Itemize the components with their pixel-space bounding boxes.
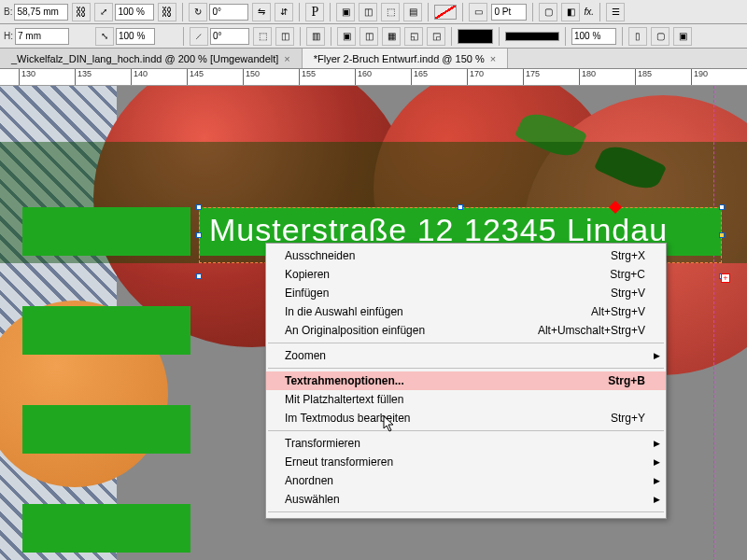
height-input[interactable]: [15, 28, 69, 45]
chevron-right-icon: ▶: [654, 439, 660, 448]
chevron-right-icon: ▶: [654, 476, 660, 485]
chevron-right-icon: ▶: [654, 495, 660, 504]
separator: [330, 3, 331, 21]
stroke-icon[interactable]: ▭: [469, 3, 487, 21]
tab-label: *Flyer 2-Bruch Entwurf.indd @ 150 %: [314, 53, 485, 64]
scale-y-input[interactable]: [116, 28, 155, 45]
menu-edit-story[interactable]: Im Textmodus bearbeitenStrg+Y: [266, 409, 666, 427]
width-input[interactable]: [14, 4, 68, 21]
link-wh-icon[interactable]: ⛓: [72, 3, 91, 21]
vertical-guide[interactable]: [713, 86, 714, 560]
flip-h-icon[interactable]: ⇋: [252, 3, 271, 21]
separator: [451, 27, 452, 46]
green-block[interactable]: [22, 504, 190, 553]
menu-text-frame-options[interactable]: Textrahmenoptionen...Strg+B: [266, 371, 666, 390]
resize-handle[interactable]: [719, 204, 725, 210]
shear-input[interactable]: [210, 28, 249, 45]
scale-x-icon[interactable]: ⤢: [94, 3, 113, 21]
control-panel-row-1: B: ⛓ ⤢ ⛓ ↻ ⇋ ⇵ P ▣ ◫ ⬚ ▤ ▭ ▢ ◧ fx. ☰: [0, 0, 747, 24]
close-icon[interactable]: ×: [284, 53, 289, 64]
fit-icon-4[interactable]: ◱: [404, 27, 423, 46]
wrap-icon-3[interactable]: ⬚: [381, 3, 400, 21]
rotate-input[interactable]: [209, 4, 248, 21]
fx-icon-2[interactable]: ◧: [561, 3, 580, 21]
tab-document-2[interactable]: *Flyer 2-Bruch Entwurf.indd @ 150 % ×: [303, 49, 508, 68]
menu-copy[interactable]: KopierenStrg+C: [266, 265, 666, 284]
distribute-icon-2[interactable]: ▢: [651, 27, 669, 46]
separator: [462, 3, 463, 21]
menu-transform-again[interactable]: Erneut transformieren▶: [266, 453, 666, 471]
in-port-handle[interactable]: [196, 232, 202, 238]
link-scale-icon[interactable]: ⛓: [158, 3, 176, 21]
distribute-icon-1[interactable]: ▯: [628, 27, 647, 46]
separator: [532, 3, 533, 21]
wrap-icon-4[interactable]: ▤: [403, 3, 422, 21]
document-tabs: _Wickelfalz_DIN_lang_hoch.indd @ 200 % […: [0, 49, 747, 69]
flip-v-icon[interactable]: ⇵: [275, 3, 293, 21]
ruler-tick: 155: [299, 69, 316, 86]
overset-indicator[interactable]: +: [721, 273, 730, 283]
paragraph-style-icon[interactable]: P: [305, 3, 324, 21]
scale-x-input[interactable]: [115, 4, 154, 21]
container-icon[interactable]: ◫: [275, 27, 294, 46]
fit-icon-5[interactable]: ◲: [427, 27, 445, 46]
menu-separator: [268, 511, 664, 512]
menu-cut[interactable]: AusschneidenStrg+X: [266, 246, 666, 265]
menu-separator: [268, 368, 664, 369]
ruler-tick: 135: [75, 69, 92, 86]
ruler-tick: 145: [187, 69, 204, 86]
stroke-style[interactable]: [505, 32, 559, 41]
menu-arrange[interactable]: Anordnen▶: [266, 471, 666, 490]
menu-paste-in-place[interactable]: An Originalposition einfügenAlt+Umschalt…: [266, 321, 666, 340]
align-icon[interactable]: ☰: [606, 3, 625, 21]
chevron-right-icon: ▶: [654, 351, 660, 360]
wrap-icon-2[interactable]: ◫: [359, 3, 377, 21]
scale-y-icon[interactable]: ⤡: [95, 27, 114, 46]
menu-paste[interactable]: EinfügenStrg+V: [266, 284, 666, 302]
opacity-input[interactable]: [571, 28, 616, 45]
document-canvas[interactable]: Musterstraße 12 12345 Lindau + Ausschnei…: [0, 86, 747, 560]
separator: [599, 3, 600, 21]
ruler-tick: 190: [691, 69, 708, 86]
stroke-swatch[interactable]: [458, 29, 493, 44]
separator: [622, 27, 623, 46]
separator: [499, 27, 500, 46]
stroke-weight-input[interactable]: [491, 4, 527, 21]
ruler-tick: 175: [523, 69, 540, 86]
out-port-handle[interactable]: [719, 232, 725, 238]
shear-icon[interactable]: ⟋: [190, 27, 208, 46]
menu-paste-into[interactable]: In die Auswahl einfügenAlt+Strg+V: [266, 302, 666, 321]
menu-zoom[interactable]: Zoomen▶: [266, 346, 666, 365]
resize-handle[interactable]: [458, 204, 463, 210]
ruler-tick: 150: [243, 69, 260, 86]
green-block[interactable]: [22, 207, 190, 256]
horizontal-ruler[interactable]: 130 135 140 145 150 155 160 165 170 175 …: [0, 69, 747, 86]
fx-icon-1[interactable]: ▢: [539, 3, 557, 21]
separator: [182, 3, 183, 21]
menu-select[interactable]: Auswählen▶: [266, 490, 666, 509]
width-label: B:: [4, 7, 12, 17]
fx-label[interactable]: fx.: [584, 7, 594, 17]
distribute-icon-3[interactable]: ▣: [673, 27, 692, 46]
resize-handle[interactable]: [196, 273, 202, 279]
fill-swatch[interactable]: [434, 5, 457, 20]
menu-transform[interactable]: Transformieren▶: [266, 434, 666, 453]
fit-icon-2[interactable]: ◫: [359, 27, 378, 46]
fit-icon-1[interactable]: ▣: [337, 27, 356, 46]
select-icon[interactable]: ⬚: [253, 27, 272, 46]
wrap-icon-1[interactable]: ▣: [336, 3, 355, 21]
close-icon[interactable]: ×: [490, 53, 496, 64]
ruler-tick: 140: [131, 69, 148, 86]
menu-fill-placeholder[interactable]: Mit Platzhaltertext füllen: [266, 390, 666, 409]
menu-separator: [268, 343, 664, 343]
separator: [300, 27, 301, 46]
height-label: H:: [4, 31, 13, 41]
resize-handle[interactable]: [196, 204, 202, 210]
tab-document-1[interactable]: _Wickelfalz_DIN_lang_hoch.indd @ 200 % […: [0, 49, 303, 68]
fit-icon-3[interactable]: ▦: [382, 27, 401, 46]
columns-icon[interactable]: ▥: [306, 27, 325, 46]
ruler-tick: 180: [579, 69, 596, 86]
green-block[interactable]: [22, 405, 190, 454]
green-block[interactable]: [22, 306, 190, 355]
rotate-icon[interactable]: ↻: [189, 3, 207, 21]
